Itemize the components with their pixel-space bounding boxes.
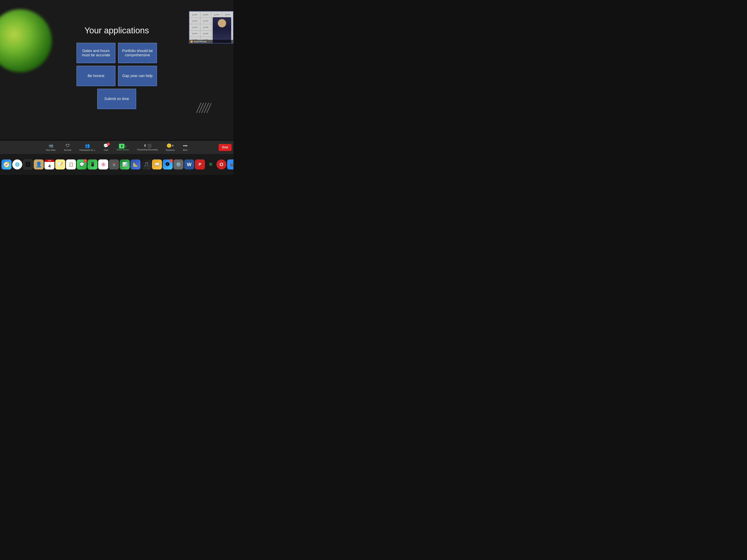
chat-badge: 1: [107, 142, 110, 145]
share-screen-button[interactable]: ⬆ ▲ Share Screen: [112, 142, 133, 152]
diagonal-decoration: [197, 103, 211, 114]
stop-video-button[interactable]: 📹 Stop Video: [42, 142, 60, 153]
pause-recording-label: Pause/Stop Recording: [137, 149, 158, 151]
participants-label: Participants: [79, 149, 90, 151]
presentation-area: Your applications Dates and hours must b…: [0, 0, 233, 140]
more-label: More: [183, 149, 188, 151]
pause-recording-button[interactable]: ⏸ ⬛ Pause/Stop Recording: [133, 142, 162, 152]
box-honest: Be honest: [77, 66, 115, 86]
chat-label: Chat: [104, 149, 108, 151]
reactions-icon: 🙂+: [166, 143, 174, 148]
share-screen-label: Share Screen: [117, 149, 129, 151]
box-dates: Dates and hours must be accurate: [77, 43, 115, 63]
participants-count: 42: [91, 149, 93, 151]
participant-silhouette: [213, 17, 231, 43]
dock-safari[interactable]: 🧭: [1, 159, 11, 169]
chat-button[interactable]: 1 💬 Chat: [99, 142, 112, 153]
dock-keynote[interactable]: 📐: [130, 159, 140, 169]
dock-reminders[interactable]: 📋: [66, 159, 76, 169]
dock-facetime[interactable]: 📱: [87, 159, 98, 169]
recording-icons: ⏸ ⬛: [144, 144, 152, 148]
dock-word[interactable]: W: [184, 159, 194, 169]
security-button[interactable]: 🛡 Security: [60, 142, 75, 153]
dock-contacts[interactable]: 👤: [34, 159, 44, 169]
dock-calendar[interactable]: APR 4: [45, 159, 54, 169]
dock-photos-app[interactable]: 🖼: [23, 159, 33, 169]
signal-icon: 📶: [190, 41, 193, 43]
dock-zoom[interactable]: 📹: [227, 159, 233, 169]
dock-photos[interactable]: 🌸: [98, 159, 108, 169]
more-button[interactable]: ••• More: [179, 142, 192, 153]
dock-appstore[interactable]: 🅐 1: [163, 159, 173, 169]
slide-title: Your applications: [84, 25, 149, 35]
participant-video: 🏥 PPS🏥 PPS🏥 PPS🏥 PPS 🏥 PPS🏥 PPS🏥 PPS🏥 PP…: [189, 11, 233, 44]
participants-icon: 👥: [85, 143, 90, 148]
dock-xmind[interactable]: ✕: [206, 159, 216, 169]
participant-name-bar: 📶 Kashif Ahmad: [189, 40, 233, 43]
appstore-badge: 1: [170, 159, 173, 162]
svg-line-0: [197, 103, 201, 113]
reactions-button[interactable]: 🙂+ Reactions: [162, 142, 179, 153]
dock-books[interactable]: 📖: [152, 159, 162, 169]
box-portfolio: Portfolio should be comprehensive: [118, 43, 157, 63]
dock-chrome[interactable]: 🌐: [12, 159, 22, 169]
participant-name: Kashif Ahmad: [194, 41, 206, 43]
share-upload-icon: ⬆: [119, 144, 125, 149]
stop-icon: ⬛: [148, 144, 152, 148]
security-icon: 🛡: [66, 143, 70, 148]
box-gap-year: Gap year can help: [118, 66, 157, 86]
end-button[interactable]: End: [218, 144, 232, 151]
share-screen-chevron[interactable]: ▲: [125, 145, 127, 147]
participant-head: [218, 19, 226, 27]
dock-opera[interactable]: O: [216, 159, 226, 169]
mac-dock: 🧭 🌐 🖼 👤 APR 4 📝 📋 💬 4 📱 🌸 ✂️ 📊 📐 🎵 📖 🅐 1…: [0, 154, 233, 175]
box-submit: Submit on time: [97, 89, 136, 109]
dock-numbers[interactable]: 📊: [120, 159, 130, 169]
reactions-label: Reactions: [166, 149, 175, 151]
svg-line-4: [207, 103, 211, 113]
participants-chevron[interactable]: ▲: [93, 149, 95, 151]
svg-line-1: [199, 103, 204, 113]
pause-icon: ⏸: [144, 144, 147, 148]
svg-line-2: [202, 103, 206, 113]
dock-messages[interactable]: 💬 4: [77, 159, 87, 169]
dock-wps[interactable]: P: [195, 159, 205, 169]
dock-system-prefs[interactable]: ⚙️: [174, 159, 183, 169]
dock-music[interactable]: 🎵: [141, 159, 151, 169]
dock-screenshot[interactable]: ✂️: [109, 159, 119, 169]
dock-notes[interactable]: 📝: [55, 159, 65, 169]
more-icon: •••: [183, 143, 187, 148]
camera-icon: 📹: [48, 143, 53, 148]
participants-button[interactable]: 👥 Participants 42 ▲: [75, 142, 100, 153]
bokeh-decoration: [0, 9, 52, 72]
boxes-grid: Dates and hours must be accurate Portfol…: [77, 43, 157, 86]
zoom-toolbar: 📹 Stop Video 🛡 Security 👥 Participants 4…: [0, 141, 233, 154]
share-screen-icon-group: ⬆ ▲: [119, 144, 127, 149]
security-label: Security: [64, 149, 71, 151]
svg-line-3: [204, 103, 209, 113]
messages-badge: 4: [84, 159, 87, 162]
stop-video-label: Stop Video: [46, 149, 56, 151]
